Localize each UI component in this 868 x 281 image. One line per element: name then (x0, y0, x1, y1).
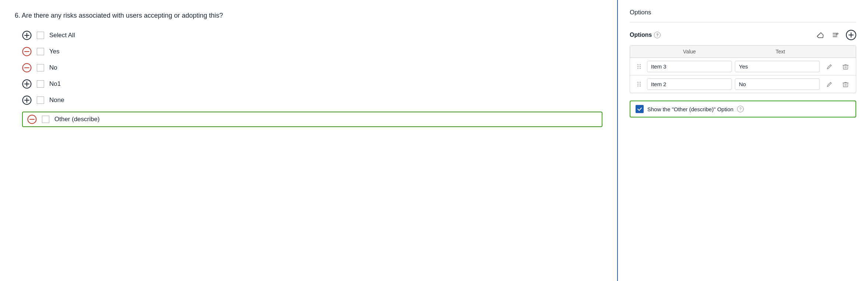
table-row (630, 58, 856, 75)
table-header: Value Text (630, 46, 856, 58)
svg-rect-20 (843, 65, 848, 69)
minus-circle-icon-no (22, 63, 32, 73)
question: 6. Are there any risks associated with u… (15, 11, 602, 20)
checkbox-yes[interactable] (37, 48, 44, 55)
question-text: Are there any risks associated with user… (22, 12, 223, 19)
option-label-select-all: Select All (49, 32, 75, 39)
checkbox-none[interactable] (37, 96, 44, 104)
option-label-other: Other (describe) (54, 116, 100, 123)
text-input-1[interactable] (735, 61, 820, 72)
panel-title: Options (630, 9, 856, 16)
svg-rect-24 (843, 83, 848, 87)
edit-row-1-button[interactable] (823, 63, 836, 70)
text-input-2[interactable] (735, 78, 820, 90)
option-label-no: No (49, 64, 57, 71)
option-label-yes: Yes (49, 48, 60, 55)
plus-circle-icon-no1 (22, 79, 32, 89)
show-other-checkbox[interactable] (636, 105, 644, 113)
option-none: None (22, 95, 602, 105)
option-yes: Yes (22, 47, 602, 56)
options-header: Options ? (630, 30, 856, 40)
option-label-no1: No1 (49, 80, 61, 88)
right-panel: Options Options ? (618, 0, 868, 281)
delete-row-2-button[interactable] (839, 81, 852, 88)
minus-circle-icon-yes (22, 47, 32, 56)
edit-row-2-button[interactable] (823, 81, 836, 88)
col-value-header: Value (644, 49, 735, 55)
edit-lines-icon[interactable] (830, 30, 841, 40)
show-other-label: Show the "Other (describe)" Option (647, 106, 733, 112)
left-panel: 6. Are there any risks associated with u… (0, 0, 618, 281)
col-del-header (839, 49, 852, 55)
col-edit-header (826, 49, 839, 55)
answer-options-list: Select All Yes No (15, 31, 602, 127)
question-number: 6. (15, 12, 20, 19)
plus-circle-icon (22, 31, 32, 40)
option-no1: No1 (22, 79, 602, 89)
value-input-2[interactable] (647, 78, 732, 90)
drag-handle-1[interactable] (634, 64, 644, 69)
delete-row-1-button[interactable] (839, 63, 852, 70)
checkbox-no1[interactable] (37, 80, 44, 88)
eraser-icon[interactable] (815, 30, 825, 40)
table-row (630, 75, 856, 93)
option-select-all: Select All (22, 31, 602, 40)
show-other-option-row: Show the "Other (describe)" Option ? (630, 101, 856, 117)
drag-handle-2[interactable] (634, 82, 644, 87)
value-input-1[interactable] (647, 61, 732, 72)
col-text-header: Text (735, 49, 826, 55)
toolbar-icons (815, 30, 856, 40)
options-table: Value Text (630, 45, 856, 93)
minus-circle-icon-other (27, 115, 37, 124)
option-other: Other (describe) (22, 112, 602, 127)
checkbox-other[interactable] (42, 116, 49, 123)
panel-divider (630, 22, 856, 22)
options-help-icon[interactable]: ? (654, 32, 661, 38)
options-label: Options ? (630, 32, 661, 38)
checkbox-select-all[interactable] (37, 32, 44, 39)
checkbox-no[interactable] (37, 64, 44, 71)
col-drag-header (634, 49, 644, 55)
option-label-none: None (49, 96, 64, 104)
add-option-button[interactable] (846, 30, 856, 40)
option-no: No (22, 63, 602, 73)
show-other-help-icon[interactable]: ? (737, 106, 744, 112)
plus-circle-icon-none (22, 95, 32, 105)
